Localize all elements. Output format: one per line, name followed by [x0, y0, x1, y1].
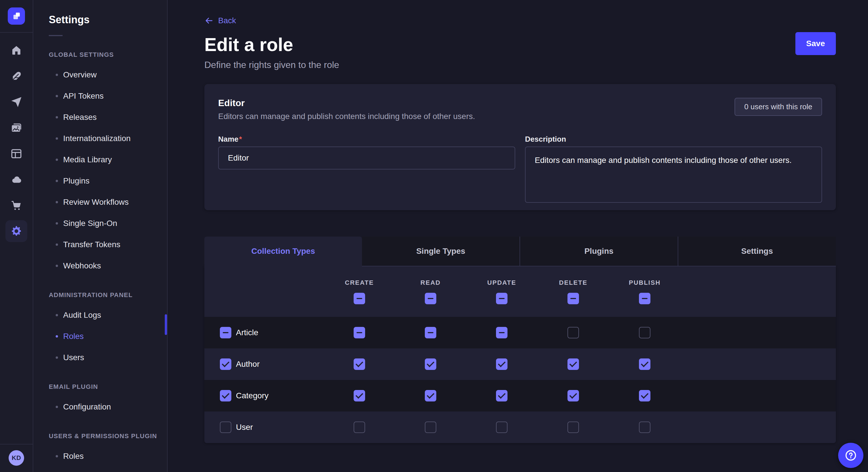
role-name-heading: Editor	[218, 98, 475, 108]
permissions-table-header: CREATEREADUPDATEDELETEPUBLISH	[205, 266, 836, 317]
sidebar-item-internationalization[interactable]: Internationalization	[49, 128, 167, 149]
sidebar-item-single-sign-on[interactable]: Single Sign-On	[49, 213, 167, 234]
role-card-header: Editor Editors can manage and publish co…	[218, 98, 822, 121]
help-icon	[844, 449, 857, 462]
avatar[interactable]: KD	[9, 450, 24, 466]
page-subtitle: Define the rights given to the role	[205, 60, 836, 70]
sidebar-item-providers[interactable]: Providers	[49, 467, 167, 472]
feather-icon[interactable]	[5, 65, 27, 87]
checkbox-indeterminate[interactable]	[353, 327, 365, 338]
tab-settings[interactable]: Settings	[678, 237, 836, 266]
checkbox-unchecked[interactable]	[639, 422, 650, 433]
checkbox-checked[interactable]	[496, 359, 507, 370]
sidebar-item-label: Users	[63, 353, 84, 362]
home-icon[interactable]	[5, 40, 27, 61]
name-input[interactable]	[218, 146, 515, 169]
tab-single-types[interactable]: Single Types	[362, 237, 520, 266]
cart-icon[interactable]	[5, 194, 27, 216]
checkbox-indeterminate[interactable]	[639, 293, 650, 304]
checkbox-unchecked[interactable]	[567, 327, 579, 338]
checkbox-checked[interactable]	[220, 359, 231, 370]
checkbox-checked[interactable]	[220, 390, 231, 401]
checkbox-checked[interactable]	[639, 390, 650, 401]
checkbox-cell	[537, 359, 609, 370]
row-label-cell: Category	[205, 390, 324, 401]
sidebar-item-overview[interactable]: Overview	[49, 64, 167, 86]
checkbox-cell	[324, 359, 395, 370]
checkbox-checked[interactable]	[567, 390, 579, 401]
sidebar-item-transfer-tokens[interactable]: Transfer Tokens	[49, 234, 167, 255]
bullet-icon	[56, 222, 58, 225]
checkbox-indeterminate[interactable]	[353, 293, 365, 304]
sidebar-item-plugins[interactable]: Plugins	[49, 170, 167, 192]
bullet-icon	[56, 201, 58, 203]
checkbox-unchecked[interactable]	[425, 422, 436, 433]
sidebar-item-label: Roles	[63, 332, 84, 341]
main-nav-rail: KD	[0, 0, 33, 472]
content-type-label: Author	[236, 360, 260, 369]
tab-collection-types[interactable]: Collection Types	[205, 237, 362, 266]
checkbox-cell	[395, 327, 466, 338]
checkbox-unchecked[interactable]	[496, 422, 507, 433]
strapi-logo-icon[interactable]	[8, 7, 25, 25]
checkbox-checked[interactable]	[496, 390, 507, 401]
bullet-icon	[56, 116, 58, 119]
checkbox-cell	[537, 293, 609, 304]
checkbox-unchecked[interactable]	[220, 422, 231, 433]
help-button[interactable]	[838, 443, 863, 468]
sidebar-section: GLOBAL SETTINGSOverviewAPI TokensRelease…	[49, 51, 167, 276]
sidebar-item-users[interactable]: Users	[49, 347, 167, 368]
sidebar-item-roles[interactable]: Roles	[49, 326, 167, 347]
description-field-group: Description Editors can manage and publi…	[525, 135, 822, 205]
sidebar-item-audit-logs[interactable]: Audit Logs	[49, 305, 167, 326]
back-link[interactable]: Back	[205, 16, 236, 25]
checkbox-checked[interactable]	[639, 359, 650, 370]
description-field-label: Description	[525, 135, 822, 144]
sidebar-item-media-library[interactable]: Media Library	[49, 149, 167, 170]
checkbox-indeterminate[interactable]	[496, 293, 507, 304]
checkbox-unchecked[interactable]	[353, 422, 365, 433]
checkbox-checked[interactable]	[353, 359, 365, 370]
checkbox-checked[interactable]	[567, 359, 579, 370]
description-textarea[interactable]: Editors can manage and publish contents …	[525, 146, 822, 203]
checkbox-checked[interactable]	[353, 390, 365, 401]
paper-plane-icon[interactable]	[5, 91, 27, 113]
sidebar-item-roles[interactable]: Roles	[49, 446, 167, 467]
row-label-cell: Article	[205, 327, 324, 338]
tab-plugins[interactable]: Plugins	[520, 237, 678, 266]
checkbox-cell	[466, 359, 537, 370]
checkbox-unchecked[interactable]	[639, 327, 650, 338]
checkbox-indeterminate[interactable]	[220, 327, 231, 338]
checkbox-checked[interactable]	[425, 359, 436, 370]
sidebar-item-label: Configuration	[63, 402, 111, 411]
checkbox-cell	[324, 293, 395, 304]
sidebar-scrollbar-thumb[interactable]	[165, 314, 167, 335]
checkbox-indeterminate[interactable]	[567, 293, 579, 304]
checkbox-indeterminate[interactable]	[425, 327, 436, 338]
permission-row-user: User	[205, 411, 836, 443]
bullet-icon	[56, 406, 58, 408]
sidebar-item-releases[interactable]: Releases	[49, 107, 167, 128]
checkbox-cell	[395, 359, 466, 370]
checkbox-checked[interactable]	[425, 390, 436, 401]
checkbox-unchecked[interactable]	[567, 422, 579, 433]
images-icon[interactable]	[5, 117, 27, 139]
sidebar-item-review-workflows[interactable]: Review Workflows	[49, 192, 167, 213]
column-header-publish: PUBLISH	[609, 279, 680, 286]
users-with-role-button[interactable]: 0 users with this role	[735, 98, 822, 116]
save-button[interactable]: Save	[795, 32, 836, 55]
checkbox-indeterminate[interactable]	[496, 327, 507, 338]
sidebar-item-configuration[interactable]: Configuration	[49, 396, 167, 417]
permission-row-category: Category	[205, 380, 836, 411]
sidebar-item-label: Plugins	[63, 176, 90, 186]
cloud-icon[interactable]	[5, 169, 27, 191]
sidebar-item-api-tokens[interactable]: API Tokens	[49, 86, 167, 107]
sidebar-section-label: ADMINISTRATION PANEL	[49, 291, 167, 299]
layout-icon[interactable]	[5, 143, 27, 165]
checkbox-cell	[609, 422, 680, 433]
checkbox-indeterminate[interactable]	[425, 293, 436, 304]
settings-sidebar: Settings GLOBAL SETTINGSOverviewAPI Toke…	[33, 0, 167, 472]
gear-icon[interactable]	[5, 220, 27, 242]
sidebar-item-webhooks[interactable]: Webhooks	[49, 255, 167, 276]
checkbox-cell	[466, 390, 537, 401]
